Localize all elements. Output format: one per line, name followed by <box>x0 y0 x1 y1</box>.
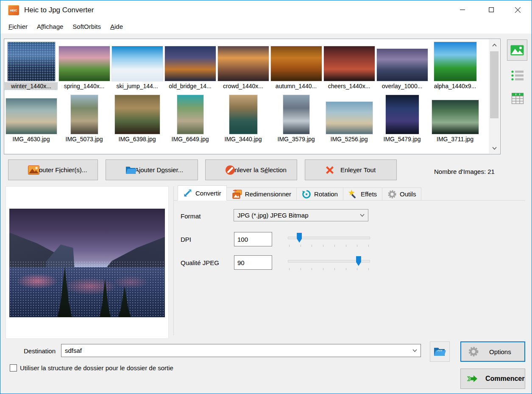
tab-label: Rotation <box>314 190 338 198</box>
format-select[interactable]: JPG (*.jpg) JPEG Bitmap <box>234 209 368 221</box>
thumbnail-label: autumn_1440... <box>270 83 322 89</box>
thumbnail-image[interactable] <box>59 46 110 81</box>
thumbnail-image[interactable] <box>112 46 163 81</box>
minimize-button[interactable] <box>453 3 472 17</box>
gallery-item[interactable]: ski_jump_144... <box>111 42 163 89</box>
thumbnail-image[interactable] <box>177 95 203 134</box>
scrollbar-thumb[interactable] <box>490 51 499 118</box>
gallery-item[interactable]: IMG_3440.jpg <box>217 95 269 143</box>
gallery-item[interactable]: IMG_3711.jpg <box>429 95 481 143</box>
tab-convertir[interactable]: Convertir <box>178 185 227 201</box>
format-label: Format <box>181 212 201 220</box>
thumbnail-image[interactable] <box>283 95 309 134</box>
quality-input[interactable] <box>234 255 272 270</box>
thumbnail-image[interactable] <box>115 95 160 134</box>
tab-rotation[interactable]: Rotation <box>297 187 343 201</box>
thumbnail-image[interactable] <box>229 95 257 134</box>
tab-label: Convertir <box>195 190 221 197</box>
gallery-item[interactable]: IMG_5256.jpg <box>323 95 375 143</box>
tab-effets[interactable]: Effets <box>343 187 382 201</box>
thumbnail-image[interactable] <box>432 100 479 134</box>
add-folder-button[interactable]: Ajouter Dossier... <box>106 159 198 180</box>
add-image-icon <box>28 165 39 175</box>
gear-icon <box>387 190 397 199</box>
tab-label: Effets <box>361 190 377 198</box>
dpi-slider-thumb[interactable] <box>297 233 302 243</box>
remove-all-button[interactable]: Enlever Tout <box>305 159 397 180</box>
browse-folder-button[interactable] <box>430 341 450 362</box>
gallery-item[interactable]: IMG_4630.jpg <box>5 95 57 143</box>
quality-slider-thumb[interactable] <box>356 256 361 266</box>
tab-label: Outils <box>400 190 416 198</box>
close-button[interactable] <box>508 3 527 17</box>
gallery-item[interactable]: IMG_5479.jpg <box>376 95 428 143</box>
gallery-item[interactable]: spring_1440x... <box>58 42 110 89</box>
gallery-item[interactable]: winter_1440x... <box>5 42 57 89</box>
list-view-icon <box>511 70 524 81</box>
gallery-item[interactable]: IMG_6398.jpg <box>111 95 163 143</box>
dpi-slider-ticks <box>289 245 369 247</box>
gallery-item[interactable]: IMG_3579.jpg <box>270 95 322 143</box>
gallery-item[interactable] <box>5 145 57 154</box>
gallery-item[interactable]: IMG_5073.jpg <box>58 95 110 143</box>
tab-redimensionner[interactable]: Redimensionner <box>227 187 297 201</box>
view-thumbnails-button[interactable] <box>507 39 527 61</box>
maximize-button[interactable] <box>482 3 501 17</box>
thumbnail-image[interactable] <box>271 46 322 81</box>
chevron-down-icon <box>412 349 417 352</box>
panel-divider <box>173 186 174 335</box>
thumbnail-image[interactable] <box>377 49 428 81</box>
open-folder-icon <box>434 346 446 357</box>
destination-combobox[interactable]: sdfsaf <box>61 344 421 357</box>
gallery-item[interactable]: IMG_6649.jpg <box>164 95 216 143</box>
gallery-scrollbar[interactable] <box>489 39 500 154</box>
tab-outils[interactable]: Outils <box>382 187 421 201</box>
thumbnail-image[interactable] <box>165 46 216 81</box>
dpi-slider[interactable] <box>288 231 370 248</box>
tab-bar: Convertir Redimensionner Rotation <box>178 185 421 201</box>
thumbnail-image[interactable] <box>218 46 269 81</box>
thumbnail-label: IMG_5256.jpg <box>323 136 375 143</box>
start-button[interactable]: Commencer <box>460 369 525 389</box>
start-arrow-icon <box>467 374 479 383</box>
dpi-input[interactable] <box>234 232 272 246</box>
remove-all-icon <box>325 165 335 175</box>
quality-label: Qualité JPEG <box>181 259 219 266</box>
thumbnail-image[interactable] <box>8 42 55 81</box>
view-list-button[interactable] <box>509 67 526 84</box>
menu-fichier[interactable]: Fichier <box>4 21 32 32</box>
gear-icon <box>468 346 479 357</box>
menu-softorbits[interactable]: SoftOrbits <box>68 21 106 32</box>
add-files-button[interactable]: Ajouter Fichier(s)... <box>8 159 98 180</box>
preview-panel <box>6 186 169 339</box>
thumbnail-image[interactable] <box>386 95 419 134</box>
menu-affichage[interactable]: Affichage <box>32 21 68 32</box>
tab-label: Redimensionner <box>245 190 291 198</box>
gallery-item[interactable]: alpha_1440x9... <box>429 42 481 89</box>
scroll-up-button[interactable] <box>489 39 500 50</box>
gallery-item[interactable] <box>58 145 110 154</box>
view-table-button[interactable] <box>509 90 526 106</box>
thumbnail-image[interactable] <box>6 98 57 134</box>
thumbnail-image[interactable] <box>434 42 476 81</box>
chevron-up-icon <box>492 44 497 47</box>
menu-aide[interactable]: Aide <box>106 21 128 32</box>
thumbnail-image[interactable] <box>324 46 375 81</box>
gallery[interactable]: winter_1440x...spring_1440x...ski_jump_1… <box>4 39 501 154</box>
magic-wand-icon <box>348 190 358 199</box>
quality-slider[interactable] <box>288 254 370 271</box>
gallery-item[interactable]: crowd_1440x... <box>217 42 269 89</box>
remove-selection-button[interactable]: Enlever la Sélection <box>205 159 297 180</box>
thumbnail-image[interactable] <box>71 95 98 134</box>
gallery-item[interactable] <box>111 145 163 154</box>
thumbnail-image[interactable] <box>326 102 373 134</box>
use-folder-structure-checkbox[interactable] <box>10 364 17 372</box>
maximize-icon <box>489 7 494 12</box>
gallery-item[interactable]: autumn_1440... <box>270 42 322 89</box>
gallery-item[interactable]: overlay_1000... <box>376 42 428 89</box>
thumbnail-label: IMG_5479.jpg <box>376 136 428 143</box>
gallery-item[interactable]: old_bridge_14... <box>164 42 216 89</box>
options-button[interactable]: Options <box>460 341 525 362</box>
scroll-down-button[interactable] <box>489 143 500 154</box>
gallery-item[interactable]: cheers_1440x... <box>323 42 375 89</box>
